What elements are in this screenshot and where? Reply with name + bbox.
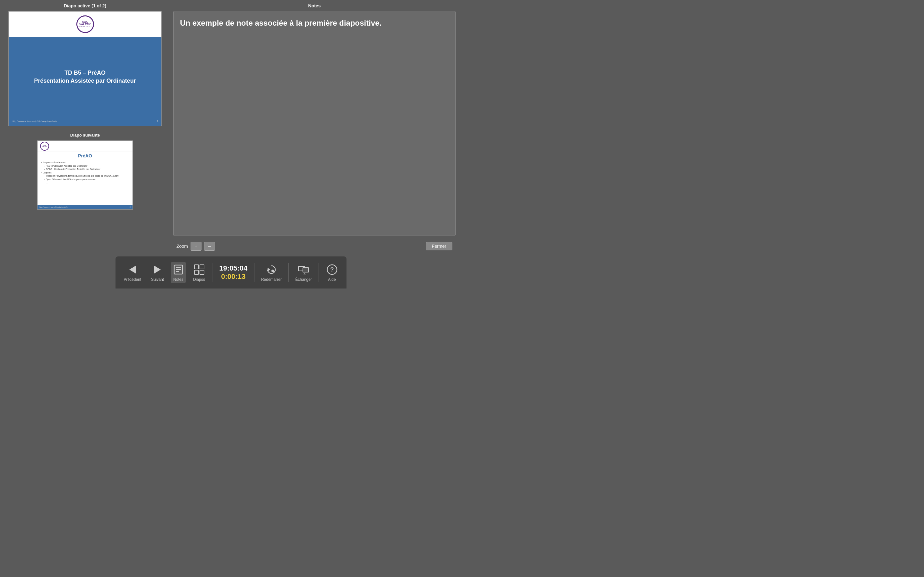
slide1-footer-num: 1 (157, 119, 158, 123)
notes-icon (172, 263, 185, 276)
zoom-in-button[interactable]: + (191, 242, 202, 251)
svg-rect-7 (200, 265, 204, 269)
slide2-body: • Ne pas confondre avec – PAO : Publicat… (37, 160, 132, 205)
diapos-button[interactable]: Diapos (190, 261, 209, 284)
separator-4 (318, 263, 319, 282)
elapsed-time: 0:00:13 (221, 272, 246, 281)
timer-section: 19:05:04 0:00:13 (216, 264, 250, 281)
notes-panel: Notes Un exemple de note associée à la p… (170, 0, 462, 256)
close-button[interactable]: Fermer (426, 242, 452, 250)
help-icon: ? (326, 263, 338, 276)
svg-rect-8 (194, 270, 199, 274)
restart-button[interactable]: Redémarrer (258, 261, 285, 284)
prev-icon (126, 263, 139, 276)
logo-montpellier: MONTPELLIER 3 (79, 26, 91, 27)
svg-rect-6 (194, 265, 199, 269)
notes-panel-label: Notes (173, 3, 456, 8)
notes-label: Notes (173, 277, 183, 282)
help-button[interactable]: ? Aide (322, 261, 342, 284)
notes-button[interactable]: Notes (171, 262, 186, 283)
active-slide-label: Diapo active (1 of 2) (64, 3, 106, 8)
slide1-title: TD B5 – PréAO Présentation Assistée par … (34, 69, 136, 85)
clock-time: 19:05:04 (219, 264, 247, 272)
svg-rect-9 (200, 270, 204, 274)
slide2-title: PréAO (37, 152, 132, 160)
zoom-out-button[interactable]: – (204, 242, 215, 251)
exchange-icon (297, 263, 310, 276)
svg-rect-13 (303, 268, 309, 272)
slide2-footer-num: 2 (129, 206, 131, 208)
exchange-button[interactable]: Échanger (292, 261, 315, 284)
restart-label: Redémarrer (261, 277, 282, 282)
separator-1 (212, 263, 212, 282)
next-icon (151, 263, 164, 276)
prev-label: Précédent (124, 277, 141, 282)
diapos-label: Diapos (193, 277, 205, 282)
svg-marker-10 (268, 268, 270, 271)
next-button[interactable]: Suivant (148, 261, 167, 284)
svg-point-11 (271, 269, 274, 272)
logo: PAUL VALÉRY MONTPELLIER 3 (76, 15, 94, 33)
slide2-logo: PAULVALÉRY (40, 142, 49, 151)
svg-marker-1 (154, 266, 161, 274)
next-slide-section: Diapo suivante PAULVALÉRY PréAO • Ne pas… (6, 133, 164, 210)
active-slide-thumbnail: PAUL VALÉRY MONTPELLIER 3 TD B5 – PréAO … (8, 11, 162, 126)
next-label: Suivant (151, 277, 164, 282)
next-slide-thumbnail: PAULVALÉRY PréAO • Ne pas confondre avec… (37, 140, 133, 210)
separator-3 (288, 263, 289, 282)
slide2-footer-url: http://www.univ-montp3.fr/miap/ens/info (39, 206, 68, 208)
svg-text:?: ? (330, 266, 334, 273)
bottom-toolbar: Précédent Suivant Notes (115, 256, 347, 288)
notes-toolbar: Zoom + – Fermer (173, 239, 456, 253)
restart-icon (265, 263, 278, 276)
notes-text: Un exemple de note associée à la premièr… (180, 18, 449, 29)
slide1-footer-url: http://www.univ-montp3.fr/miap/ens/info (12, 120, 57, 123)
left-panel: Diapo active (1 of 2) PAUL VALÉRY MONTPE… (0, 0, 170, 256)
diapos-icon (193, 263, 206, 276)
next-slide-label: Diapo suivante (70, 133, 100, 137)
exchange-label: Échanger (296, 277, 312, 282)
notes-container: Un exemple de note associée à la premièr… (173, 11, 456, 236)
prev-button[interactable]: Précédent (120, 261, 144, 284)
zoom-section: Zoom + – (176, 242, 215, 251)
help-label: Aide (328, 277, 336, 282)
zoom-label: Zoom (176, 243, 188, 249)
svg-marker-0 (129, 266, 136, 274)
